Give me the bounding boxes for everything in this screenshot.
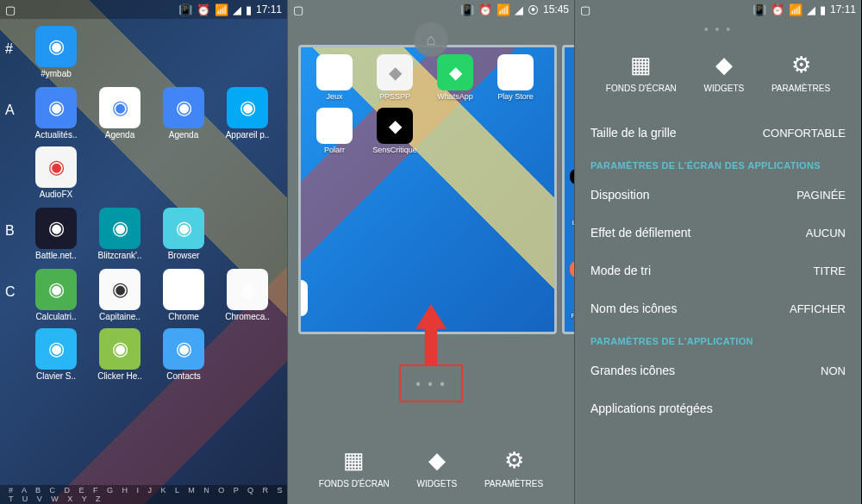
app-item[interactable]: ◆WhatsApp [425,54,485,101]
settings-section-header: PARAMÈTRES DE L'APPLICATION [575,327,861,352]
wallpapers-button[interactable]: ▦FONDS D'ÉCRAN [319,447,390,488]
signal-icon: ◢ [515,4,523,16]
screenshot-icon: ▢ [5,4,16,16]
app-icon: ◆ [377,108,413,144]
app-label: Calculatri.. [26,312,86,321]
section-letter: B [5,208,26,239]
home-button[interactable]: ⌂ [414,22,448,57]
setting-value: AUCUN [806,227,846,240]
app-icon: ◆ [437,54,473,90]
app-item[interactable]: ◆PPSSPP [365,54,425,101]
app-item[interactable]: ◉Clavier S.. [26,328,86,381]
app-item[interactable]: ◉AudioFX [26,146,86,199]
widgets-button[interactable]: ◆WIDGETS [417,447,458,488]
alphabet-scrubber[interactable]: # A B C D E F G H I J K L M N O P Q R S … [0,485,287,504]
drag-handle-icon[interactable]: • • • [575,22,861,36]
app-icon: ◉ [99,87,141,128]
app-label: Browser [153,251,214,260]
app-item[interactable]: ◉Actualités.. [26,87,86,140]
app-icon: ◉ [35,208,77,249]
app-item[interactable]: ◉Appareil p.. [217,87,278,140]
app-item[interactable]: ◉#ymbab [26,26,86,78]
drawer-section: C◉Calculatri..◉Capitaine..◉Chrome◉Chrome… [5,269,282,386]
setting-value: NON [821,364,846,377]
app-icon: ◉ [227,87,268,128]
app-item[interactable]: ◉Agenda [90,87,150,140]
wifi-icon: 📶 [789,4,803,16]
app-icon: ◉ [35,269,77,310]
settings-icon: ⚙ [484,447,543,474]
app-label: Chrome [153,312,214,321]
app-icon: ◆ [497,54,534,90]
status-time: 17:11 [256,3,282,16]
app-item[interactable]: ◆SensCritique [365,108,425,154]
settings-icon: ⚙ [771,52,830,78]
section-letter: A [5,87,26,118]
app-item[interactable]: ◉Battle.net.. [26,208,86,260]
app-icon: ◆ [316,54,353,90]
app-item[interactable]: ◆Play Store [485,54,546,101]
app-item[interactable]: ◆Jeux [304,54,365,101]
setting-row[interactable]: DispositionPAGINÉE [575,176,861,214]
app-item[interactable]: ◉Capitaine.. [90,269,150,321]
next-screen-preview[interactable]: M Le Mo.. ⊙ Podcast [562,45,574,334]
app-item[interactable]: ◆Polarr [304,108,365,154]
settings-button[interactable]: ⚙PARAMÈTRES [484,447,543,488]
app-item[interactable]: ◉Chrome [153,269,214,321]
app-item[interactable]: ◉Contacts [153,328,214,381]
app-icon[interactable]: 🖼 [298,280,308,316]
app-label: Appareil p.. [217,130,278,140]
tool-label: WIDGETS [704,84,745,93]
wallpapers-button[interactable]: ▦FONDS D'ÉCRAN [606,52,677,93]
app-item[interactable]: ◉Browser [153,208,214,260]
app-item[interactable]: ◉Agenda [153,87,214,140]
alarm-icon: ⏰ [197,4,210,16]
alarm-icon: ⏰ [478,4,492,16]
app-item[interactable]: ◉Blitzcrank'.. [90,208,150,260]
tool-label: PARAMÈTRES [771,84,830,93]
app-item[interactable]: ◉Calculatri.. [26,269,86,321]
app-label: Jeux [304,92,365,101]
screenshot-icon: ▢ [580,4,590,16]
settings-list[interactable]: Taille de la grilleCONFORTABLEPARAMÈTRES… [575,114,861,427]
alarm-icon: ⏰ [771,4,784,16]
wifi-icon: 📶 [215,4,228,16]
screenshot-icon: ▢ [293,4,303,16]
status-time: 15:45 [543,3,569,16]
signal-icon: ◢ [807,4,815,16]
section-letter: C [5,269,26,300]
setting-label: Applications protégées [590,401,713,415]
setting-row[interactable]: Grandes icônesNON [575,352,861,389]
app-icon: ◉ [35,26,77,67]
home-screen-preview[interactable]: ◆Jeux◆PPSSPP◆WhatsApp◆Play Store◆Polarr◆… [298,45,557,334]
setting-row[interactable]: Applications protégées [575,389,861,427]
drawer-section: #◉#ymbab [5,26,282,84]
app-label: Actualités.. [26,130,86,140]
drawer-section: B◉Battle.net..◉Blitzcrank'..◉Browser [5,208,282,265]
settings-button[interactable]: ⚙PARAMÈTRES [771,52,830,93]
app-label: Clicker He.. [90,371,150,381]
vibrate-icon: 📳 [753,4,766,16]
app-label: Battle.net.. [26,251,86,260]
setting-label: Grandes icônes [590,364,675,377]
setting-row[interactable]: Taille de la grilleCONFORTABLE [575,114,861,152]
app-item[interactable]: ◉Chromeca.. [217,269,278,321]
app-label: PPSSPP [365,92,425,101]
launcher-tools-row: ▦FONDS D'ÉCRAN◆WIDGETS⚙PARAMÈTRES [575,36,861,114]
setting-value: CONFORTABLE [763,127,846,140]
app-item[interactable]: ◉Clicker He.. [90,328,150,381]
app-label: Agenda [153,130,214,140]
vibrate-icon: 📳 [460,4,474,16]
widgets-button[interactable]: ◆WIDGETS [704,52,745,93]
status-bar: ▢ 📳 ⏰ 📶 ◢ ⦿ 15:45 [288,0,574,19]
tool-label: FONDS D'ÉCRAN [319,479,390,488]
app-icon: ◉ [35,146,77,188]
setting-row[interactable]: Mode de triTITRE [575,252,861,289]
tool-label: PARAMÈTRES [484,479,543,488]
app-drawer-content[interactable]: #◉#ymbabA◉Actualités..◉Agenda◉Agenda◉App… [0,19,287,484]
status-time: 17:11 [830,3,856,16]
setting-row[interactable]: Effet de défilementAUCUN [575,214,861,252]
setting-row[interactable]: Nom des icônesAFFICHER [575,289,861,327]
wallpapers-icon: ▦ [319,447,390,474]
home-preview-area: ◆Jeux◆PPSSPP◆WhatsApp◆Play Store◆Polarr◆… [298,45,574,334]
